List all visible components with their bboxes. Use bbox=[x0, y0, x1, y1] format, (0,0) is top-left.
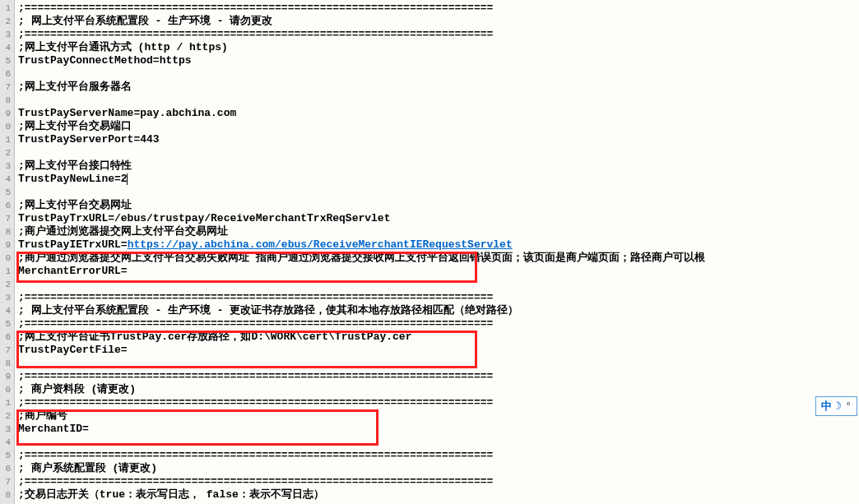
code-line[interactable]: ;=======================================… bbox=[18, 449, 856, 462]
line-number: 3 bbox=[2, 28, 11, 41]
line-number: 2 bbox=[2, 146, 11, 160]
code-line[interactable]: TrustPayCertFile= bbox=[18, 344, 856, 357]
line-number-gutter: 12345678901234567890123456789012345678 bbox=[0, 0, 15, 504]
code-line[interactable]: TrustPayServerName=pay.abchina.com bbox=[18, 107, 856, 120]
code-line[interactable]: ;=======================================… bbox=[18, 2, 856, 15]
code-line[interactable]: ;网上支付平台服务器名 bbox=[18, 81, 856, 94]
line-number: 1 bbox=[2, 396, 11, 409]
line-number: 4 bbox=[2, 41, 11, 54]
line-number: 6 bbox=[2, 331, 11, 344]
code-line[interactable]: TrustPayNewLine=2 bbox=[18, 173, 856, 186]
line-number: 7 bbox=[2, 212, 11, 225]
code-line[interactable] bbox=[18, 67, 856, 81]
code-line[interactable]: ; 商户资料段 (请更改) bbox=[18, 383, 856, 396]
line-number: 7 bbox=[2, 475, 11, 488]
code-line[interactable]: ;商户通过浏览器提交网上支付平台交易失败网址 指商户通过浏览器提交接收网上支付平… bbox=[18, 252, 856, 265]
code-line[interactable]: MerchantErrorURL= bbox=[18, 265, 856, 278]
line-number: 2 bbox=[2, 278, 11, 291]
code-line[interactable] bbox=[18, 146, 856, 160]
line-number: 9 bbox=[2, 238, 11, 252]
ime-deg: ° bbox=[845, 400, 852, 413]
code-line[interactable]: ; 网上支付平台系统配置段 - 生产环境 - 更改证书存放路径，使其和本地存放路… bbox=[18, 304, 856, 317]
code-line[interactable]: ; 网上支付平台系统配置段 - 生产环境 - 请勿更改 bbox=[18, 15, 856, 28]
code-line[interactable] bbox=[18, 278, 856, 291]
code-line[interactable] bbox=[18, 357, 856, 370]
code-line[interactable]: ;=======================================… bbox=[18, 28, 856, 41]
line-number: 3 bbox=[2, 160, 11, 173]
code-line[interactable]: TrustPayTrxURL=/ebus/trustpay/ReceiveMer… bbox=[18, 212, 856, 225]
code-editor: 12345678901234567890123456789012345678 ;… bbox=[0, 0, 859, 504]
line-number: 1 bbox=[2, 133, 11, 146]
line-number: 5 bbox=[2, 317, 11, 331]
code-area[interactable]: ;=======================================… bbox=[15, 0, 859, 504]
line-number: 8 bbox=[2, 225, 11, 238]
url-link[interactable]: https://pay.abchina.com/ebus/ReceiveMerc… bbox=[128, 238, 513, 251]
code-line[interactable]: ;=======================================… bbox=[18, 291, 856, 304]
code-line[interactable]: ;=======================================… bbox=[18, 317, 856, 331]
line-number: 4 bbox=[2, 304, 11, 317]
line-number: 9 bbox=[2, 370, 11, 383]
text-cursor bbox=[127, 173, 128, 185]
code-line[interactable] bbox=[18, 186, 856, 199]
code-line[interactable]: MerchantID= bbox=[18, 423, 856, 436]
line-number: 4 bbox=[2, 436, 11, 449]
code-line[interactable]: ;=======================================… bbox=[18, 475, 856, 488]
line-number: 8 bbox=[2, 488, 11, 502]
line-number: 1 bbox=[2, 265, 11, 278]
code-line[interactable]: ;=======================================… bbox=[18, 370, 856, 383]
code-line[interactable]: ;交易日志开关（true：表示写日志， false：表示不写日志） bbox=[18, 488, 856, 502]
code-line[interactable] bbox=[18, 436, 856, 449]
line-number: 1 bbox=[2, 2, 11, 15]
code-line[interactable]: ;商户编号 bbox=[18, 409, 856, 423]
code-line[interactable]: ;商户通过浏览器提交网上支付平台交易网址 bbox=[18, 225, 856, 238]
code-line[interactable]: ;网上支付平台接口特性 bbox=[18, 160, 856, 173]
line-number: 0 bbox=[2, 383, 11, 396]
line-number: 7 bbox=[2, 344, 11, 357]
line-number: 0 bbox=[2, 120, 11, 133]
line-number: 6 bbox=[2, 462, 11, 475]
line-number: 5 bbox=[2, 54, 11, 67]
code-line[interactable]: ; 商户系统配置段 (请更改) bbox=[18, 462, 856, 475]
line-number: 3 bbox=[2, 291, 11, 304]
line-number: 2 bbox=[2, 409, 11, 423]
code-line[interactable] bbox=[18, 94, 856, 107]
code-line[interactable]: TrustPayConnectMethod=https bbox=[18, 54, 856, 67]
code-line[interactable]: ;网上支付平台交易网址 bbox=[18, 199, 856, 212]
line-number: 7 bbox=[2, 81, 11, 94]
code-line[interactable]: ;网上支付平台交易端口 bbox=[18, 120, 856, 133]
line-number: 9 bbox=[2, 107, 11, 120]
code-line[interactable]: TrustPayIETrxURL=https://pay.abchina.com… bbox=[18, 238, 856, 252]
code-line[interactable]: ;=======================================… bbox=[18, 396, 856, 409]
line-number: 3 bbox=[2, 423, 11, 436]
code-line[interactable]: TrustPayServerPort=443 bbox=[18, 133, 856, 146]
line-number: 5 bbox=[2, 186, 11, 199]
line-number: 6 bbox=[2, 199, 11, 212]
code-line[interactable]: ;网上支付平台证书TrustPay.cer存放路径，如D:\WORK\cert\… bbox=[18, 331, 856, 344]
line-number: 8 bbox=[2, 357, 11, 370]
ime-indicator[interactable]: 中 ☽ ° bbox=[815, 396, 857, 416]
code-line[interactable]: ;网上支付平台通讯方式 (http / https) bbox=[18, 41, 856, 54]
line-number: 2 bbox=[2, 15, 11, 28]
line-number: 8 bbox=[2, 94, 11, 107]
line-number: 6 bbox=[2, 67, 11, 81]
line-number: 5 bbox=[2, 449, 11, 462]
line-number: 4 bbox=[2, 173, 11, 186]
line-number: 0 bbox=[2, 252, 11, 265]
ime-lang: 中 bbox=[821, 399, 832, 414]
moon-icon: ☽ bbox=[835, 400, 842, 413]
